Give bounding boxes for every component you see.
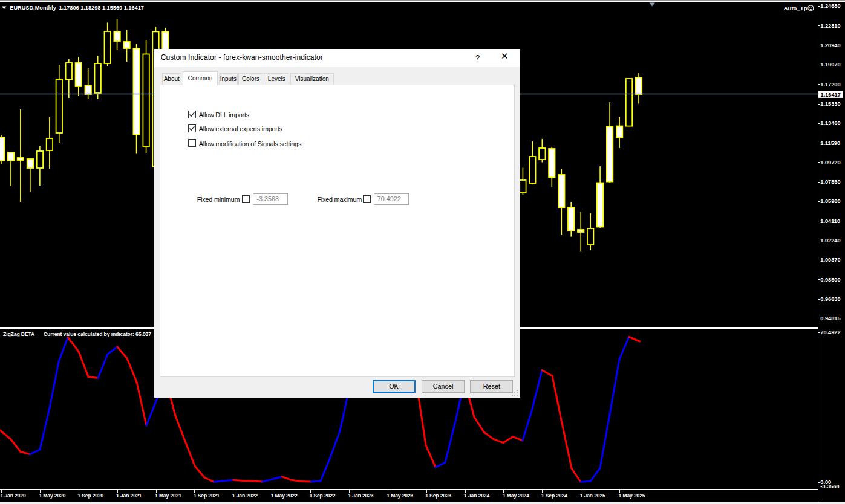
svg-text:1 May 2025: 1 May 2025 xyxy=(619,493,645,499)
svg-text:0.96630: 0.96630 xyxy=(820,296,840,302)
svg-text:1.24680: 1.24680 xyxy=(820,3,840,9)
svg-text:1 Sep 2023: 1 Sep 2023 xyxy=(425,493,451,499)
svg-text:1.22810: 1.22810 xyxy=(820,23,840,29)
svg-text:ZigZag BETA: ZigZag BETA xyxy=(3,331,34,337)
svg-text:1 Sep 2022: 1 Sep 2022 xyxy=(310,493,336,499)
svg-text:1.13460: 1.13460 xyxy=(820,120,840,126)
svg-text:1.00370: 1.00370 xyxy=(820,257,840,263)
svg-text:1 May 2020: 1 May 2020 xyxy=(39,493,65,499)
svg-text:1 Jan 2023: 1 Jan 2023 xyxy=(348,493,373,499)
svg-text:1 May 2024: 1 May 2024 xyxy=(503,493,529,499)
svg-text:1 May 2023: 1 May 2023 xyxy=(387,493,413,499)
svg-text:1 Jan 2020: 1 Jan 2020 xyxy=(1,493,26,499)
svg-text:70.4922: 70.4922 xyxy=(820,329,840,335)
svg-text:1.11590: 1.11590 xyxy=(820,140,840,146)
svg-text:1 May 2022: 1 May 2022 xyxy=(271,493,298,499)
svg-text:1.20940: 1.20940 xyxy=(820,42,840,48)
svg-text:1 Sep 2021: 1 Sep 2021 xyxy=(194,493,220,499)
svg-text:1.05980: 1.05980 xyxy=(820,198,840,204)
svg-text:1.07850: 1.07850 xyxy=(820,179,840,185)
svg-text:1.19070: 1.19070 xyxy=(820,62,840,68)
svg-text:1.17200: 1.17200 xyxy=(820,82,840,88)
svg-text:1.17806 1.18298 1.15569 1.1641: 1.17806 1.18298 1.15569 1.16417 xyxy=(59,5,144,11)
svg-text:1 Sep 2020: 1 Sep 2020 xyxy=(77,493,103,499)
svg-text:EURUSD,Monthly: EURUSD,Monthly xyxy=(10,5,56,11)
svg-text:1 Sep 2024: 1 Sep 2024 xyxy=(541,493,567,499)
svg-text:Current value calculated by in: Current value calculated by indicator: 6… xyxy=(44,331,151,337)
svg-text:-3.3568: -3.3568 xyxy=(820,483,839,489)
svg-text:1.16417: 1.16417 xyxy=(821,92,841,98)
svg-text:1.15330: 1.15330 xyxy=(820,101,840,107)
svg-text:1.04110: 1.04110 xyxy=(820,218,840,224)
svg-text:0.94815: 0.94815 xyxy=(820,315,840,321)
svg-text:0.98500: 0.98500 xyxy=(820,277,840,283)
svg-text:1 Jan 2024: 1 Jan 2024 xyxy=(464,493,489,499)
svg-text:1 May 2021: 1 May 2021 xyxy=(155,493,181,499)
svg-text:1 Jan 2021: 1 Jan 2021 xyxy=(116,493,142,499)
svg-text:1.02240: 1.02240 xyxy=(820,237,840,244)
svg-text:Auto_Tp: Auto_Tp xyxy=(784,5,807,11)
svg-text:1 Jan 2025: 1 Jan 2025 xyxy=(580,493,605,499)
svg-text:1.09720: 1.09720 xyxy=(820,160,840,166)
svg-text:1 Jan 2022: 1 Jan 2022 xyxy=(232,493,258,499)
